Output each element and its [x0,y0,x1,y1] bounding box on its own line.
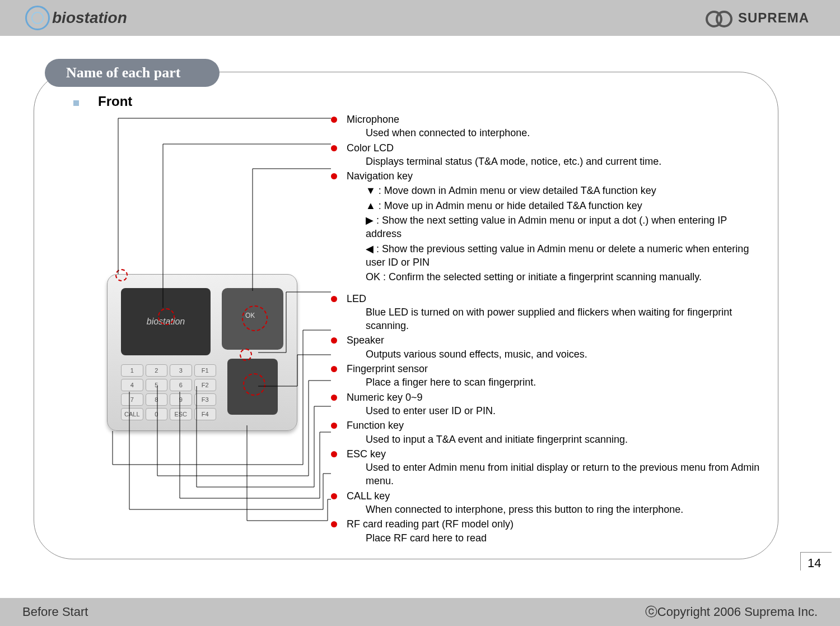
red-dot-icon [331,423,337,429]
subheading-front: Front [98,94,132,109]
marker-lcd [158,308,175,325]
callout-desc: Used to enter user ID or PIN. [347,404,762,418]
key: 4 [121,379,143,391]
key: F4 [194,408,217,420]
callout-desc: When connected to interphone, press this… [347,503,762,516]
biostation-logo: biostation [25,6,127,30]
footer-left: Before Start [22,605,88,619]
section-title: Name of each part [45,59,220,87]
callout-desc: Blue LED is turned on with power supplie… [347,305,762,333]
callout-fingerprint-sensor: Fingerprint sensor Place a finger here t… [331,362,762,389]
square-bullet-icon [73,100,79,106]
callout-label: Function key [347,420,404,431]
page-number: 14 [800,552,832,571]
callout-microphone: Microphone Used when connected to interp… [331,113,762,140]
callout-function-key: Function key Used to input a T&A event a… [331,419,762,446]
callout-label: Numeric key 0~9 [347,392,423,403]
callout-desc: Place a finger here to scan fingerprint. [347,375,762,389]
callout-label: RF card reading part (RF model only) [347,518,514,530]
key: F1 [194,364,217,377]
red-dot-icon [331,451,337,457]
vendor-text: SUPREMA [738,10,809,26]
red-dot-icon [331,117,337,123]
key: F3 [194,393,217,406]
callout-color-lcd: Color LCD Displays terminal status (T&A … [331,141,762,169]
key: 5 [146,379,168,391]
swirl-icon [25,6,50,30]
page-footer: Before Start ⓒCopyright 2006 Suprema Inc… [0,598,840,626]
page-header: biostation SUPREMA [0,0,840,36]
key: 7 [121,393,143,406]
marker-mic [115,269,128,281]
callout-navigation-key: Navigation key ▼ : Move down in Admin me… [331,169,762,284]
suprema-logo: SUPREMA [706,10,809,26]
callout-call-key: CALL key When connected to interphone, p… [331,489,762,517]
callout-numeric-key: Numeric key 0~9 Used to enter user ID or… [331,391,762,418]
key: 6 [170,379,192,391]
callout-desc: Displays terminal status (T&A mode, noti… [347,155,762,168]
nav-left: ◀ : Show the previous setting value in A… [347,242,762,270]
key: 8 [146,393,168,406]
nav-ok: OK : Confirm the selected setting or ini… [347,270,762,284]
callout-label: LED [347,293,366,304]
marker-fp [243,373,265,396]
callout-label: CALL key [347,490,390,502]
callout-desc: Outputs various sound effects, music, an… [347,347,762,361]
key: CALL [121,408,143,420]
callout-label: Speaker [347,335,384,346]
key: 2 [146,364,168,377]
device-illustration: biostation 1 2 3 F1 4 5 6 F2 7 8 9 F3 CA… [107,274,297,431]
key: 9 [170,393,192,406]
callout-led: LED Blue LED is turned on with power sup… [331,292,762,333]
key: 3 [170,364,192,377]
red-dot-icon [331,521,337,527]
callout-list: Microphone Used when connected to interp… [331,113,762,546]
callout-label: Fingerprint sensor [347,363,428,374]
nav-right: ▶ : Show the next setting value in Admin… [347,214,762,241]
callout-desc: Place RF card here to read [347,531,762,545]
key: 0 [146,408,168,420]
callout-desc: Used to input a T&A event and initiate f… [347,433,762,446]
callout-esc-key: ESC key Used to enter Admin menu from in… [331,447,762,488]
callout-rf-card: RF card reading part (RF model only) Pla… [331,517,762,545]
callout-desc: Used to enter Admin menu from initial di… [347,461,762,488]
red-dot-icon [331,366,337,372]
key: F2 [194,379,217,391]
red-dot-icon [331,493,337,499]
infinity-icon [706,11,732,25]
callout-label: Navigation key [347,170,413,182]
marker-led [240,349,252,361]
callout-desc: Used when connected to interphone. [347,126,762,140]
red-dot-icon [331,296,337,302]
footer-right: ⓒCopyright 2006 Suprema Inc. [645,604,818,620]
content-frame: Front biostation 1 2 3 F1 4 5 6 F2 7 8 9… [34,72,778,559]
brand-text: biostation [52,9,127,27]
red-dot-icon [331,145,337,151]
device-keypad: 1 2 3 F1 4 5 6 F2 7 8 9 F3 CALL 0 ESC F4 [121,364,216,420]
callout-label: Microphone [347,114,399,125]
callout-label: Color LCD [347,142,394,154]
callout-label: ESC key [347,448,386,460]
marker-nav [242,305,268,331]
nav-down: ▼ : Move down in Admin menu or view deta… [347,184,762,197]
red-dot-icon [331,395,337,401]
callout-speaker: Speaker Outputs various sound effects, m… [331,333,762,361]
key: ESC [170,408,192,420]
red-dot-icon [331,337,337,344]
red-dot-icon [331,173,337,179]
nav-up: ▲ : Move up in Admin menu or hide detail… [347,199,762,212]
key: 1 [121,364,143,377]
